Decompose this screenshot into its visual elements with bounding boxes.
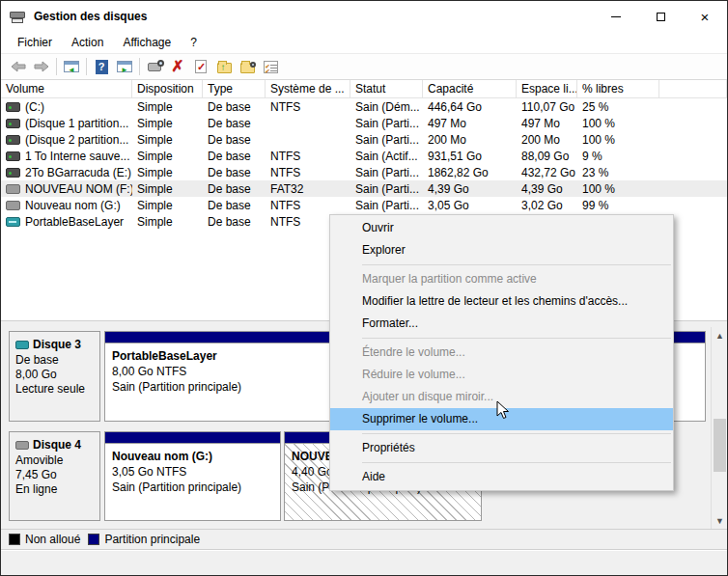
column-header-volume[interactable]: Volume: [1, 80, 132, 97]
mouse-cursor-icon: [496, 400, 510, 424]
forward-icon: [34, 61, 49, 72]
legend-primary-partition: Partition principale: [88, 533, 200, 546]
menu-action[interactable]: Action: [64, 34, 111, 51]
device-view-button[interactable]: [143, 56, 166, 77]
console-tree-window-icon: ◄: [64, 61, 79, 72]
partition-nouveau-nom-g[interactable]: Nouveau nom (G:) 3,05 Go NTFS Sain (Part…: [104, 431, 281, 521]
back-icon: [11, 61, 26, 72]
menu-separator: [362, 338, 671, 339]
volume-drive-icon: [6, 217, 20, 227]
menu-affichage[interactable]: Affichage: [115, 34, 179, 51]
disk-status: En ligne: [15, 482, 96, 497]
volume-drive-icon: [6, 135, 20, 145]
disk-name: Disque 3: [33, 338, 81, 351]
table-row[interactable]: Nouveau nom (G:) Simple De base NTFS Sai…: [1, 197, 727, 213]
window-title: Gestion des disques: [34, 10, 147, 23]
column-header-espace[interactable]: Espace li...: [517, 80, 577, 97]
table-row-selected[interactable]: NOUVEAU NOM (F:) Simple De base FAT32 Sa…: [1, 180, 727, 197]
column-header-capacite[interactable]: Capacité: [423, 80, 517, 97]
delete-button[interactable]: ✗: [166, 56, 189, 77]
help-button[interactable]: ?: [90, 56, 113, 77]
column-header-empty: [659, 80, 727, 97]
menu-item-reduire-volume: Réduire le volume...: [330, 364, 673, 386]
scrollbar-thumb[interactable]: [714, 419, 726, 472]
column-header-statut[interactable]: Statut: [350, 80, 423, 97]
partition-status: Sain (Partition principale): [112, 480, 280, 495]
maximize-icon: [657, 13, 665, 21]
disk-management-window: Gestion des disques × Fichier Action Aff…: [0, 0, 728, 576]
volume-name: Nouveau nom (G:): [25, 199, 121, 212]
column-header-disposition[interactable]: Disposition: [132, 80, 203, 97]
partition-primary-strip: [105, 432, 280, 444]
menu-separator: [362, 433, 671, 434]
menu-help[interactable]: ?: [182, 34, 205, 51]
close-button[interactable]: ×: [683, 1, 727, 32]
toolbar: ◄ ? ► ✗ ✓ ↑ ✔✔: [1, 53, 727, 80]
disk-name: Disque 4: [33, 438, 81, 452]
vertical-scrollbar[interactable]: ▲ ▼: [711, 327, 727, 529]
disk-status: Lecture seule: [15, 382, 96, 397]
action-pane-button[interactable]: ►: [113, 56, 136, 77]
disk-label-disque4[interactable]: Disque 4 Amovible 7,45 Go En ligne: [9, 431, 100, 521]
menu-item-ouvrir[interactable]: Ouvrir: [330, 217, 673, 239]
action-pane-window-icon: ►: [117, 61, 132, 72]
forward-button[interactable]: [30, 56, 53, 77]
toolbar-separator: [139, 58, 140, 75]
volume-drive-icon: [6, 151, 20, 161]
minimize-button[interactable]: [594, 1, 638, 32]
toolbar-separator: [56, 58, 57, 75]
console-tree-button[interactable]: ◄: [60, 56, 83, 77]
disk-type: Amovible: [15, 453, 96, 468]
back-button[interactable]: [7, 56, 30, 77]
table-row[interactable]: (Disque 1 partition... Simple De base Sa…: [1, 115, 727, 131]
column-header-libres[interactable]: % libres: [577, 80, 659, 97]
volume-drive-icon: [6, 201, 20, 210]
menu-bar: Fichier Action Affichage ?: [1, 32, 727, 53]
legend-unallocated: Non alloué: [9, 533, 80, 546]
partition-name: Nouveau nom (G:): [112, 449, 280, 464]
column-header-systeme[interactable]: Système de ...: [266, 80, 350, 97]
close-icon: ×: [701, 10, 710, 24]
validate-button[interactable]: ✓: [189, 56, 212, 77]
volume-list-header: Volume Disposition Type Système de ... S…: [1, 80, 727, 98]
folder-magnifier-icon: [240, 63, 255, 73]
menu-item-modifier-lettre[interactable]: Modifier la lettre de lecteur et les che…: [330, 290, 673, 313]
volume-drive-icon: [6, 184, 20, 194]
menu-item-aide[interactable]: Aide: [330, 466, 673, 488]
volume-drive-icon: [6, 102, 20, 112]
volume-drive-icon: [6, 168, 20, 178]
volume-name: (Disque 1 partition...: [25, 117, 128, 130]
properties-list-button[interactable]: ✔✔: [259, 56, 282, 77]
menu-item-marquer-partition-active: Marquer la partition comme active: [330, 268, 673, 290]
disk-label-disque3[interactable]: Disque 3 De base 8,00 Go Lecture seule: [9, 331, 100, 422]
menu-item-formater[interactable]: Formater...: [330, 313, 673, 335]
menu-fichier[interactable]: Fichier: [10, 34, 60, 51]
table-row[interactable]: (C:) Simple De base NTFS Sain (Dém... 44…: [1, 98, 727, 115]
primary-partition-swatch-icon: [88, 534, 99, 545]
toolbar-separator: [86, 58, 87, 75]
table-row[interactable]: 1 To Interne sauve... Simple De base NTF…: [1, 148, 727, 164]
folder-search-button[interactable]: [236, 56, 259, 77]
folder-up-button[interactable]: ↑: [212, 56, 236, 77]
column-header-type[interactable]: Type: [203, 80, 266, 97]
table-row[interactable]: (Disque 2 partition... Simple De base Sa…: [1, 131, 727, 148]
table-row[interactable]: 2To BGarracuda (E:) Simple De base NTFS …: [1, 164, 727, 180]
disk-type: De base: [15, 353, 96, 368]
volume-name: (C:): [25, 100, 44, 114]
menu-separator: [362, 264, 671, 265]
check-document-icon: ✓: [195, 60, 207, 73]
menu-item-proprietes[interactable]: Propriétés: [330, 437, 673, 459]
scroll-down-icon[interactable]: ▼: [712, 512, 728, 529]
volume-name: 1 To Interne sauve...: [25, 150, 130, 163]
disk-drive-icon: [15, 341, 29, 349]
volume-name: (Disque 2 partition...: [25, 133, 128, 147]
legend-bar: Non alloué Partition principale: [1, 530, 727, 550]
volume-name: 2To BGarracuda (E:): [25, 166, 131, 179]
delete-red-x-icon: ✗: [171, 59, 183, 74]
legend-label: Non alloué: [25, 533, 80, 546]
volume-drive-icon: [6, 119, 20, 128]
folder-up-icon: ↑: [217, 63, 232, 73]
maximize-button[interactable]: [638, 1, 683, 32]
menu-item-explorer[interactable]: Explorer: [330, 239, 673, 261]
scroll-up-icon[interactable]: ▲: [712, 327, 728, 343]
